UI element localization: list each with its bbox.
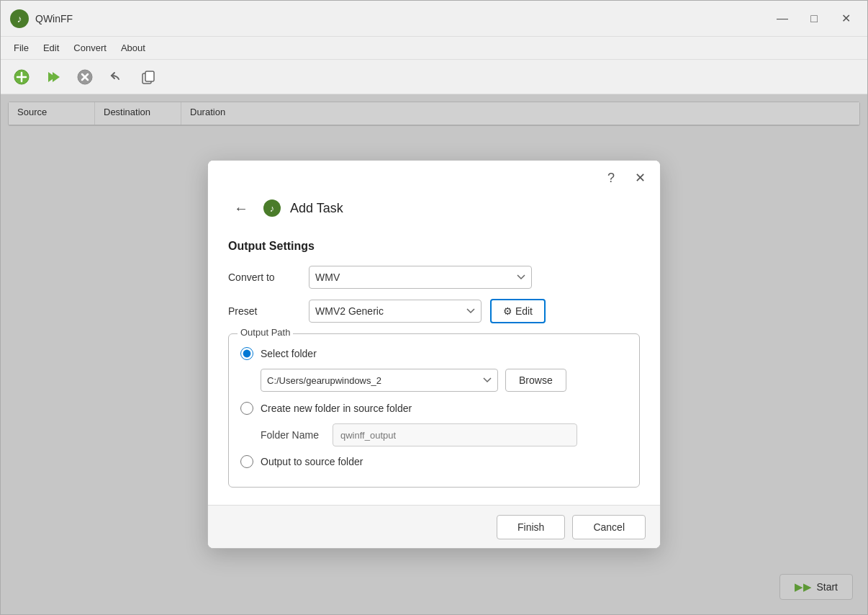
copy-button[interactable] bbox=[135, 63, 162, 91]
dialog-header: ← ♪ Add Task bbox=[208, 195, 660, 233]
content-area: Source Destination Duration ▶▶ Start ? ✕… bbox=[1, 94, 867, 614]
convert-to-select[interactable]: WMV MP4 AVI MP3 bbox=[309, 266, 532, 289]
menu-file[interactable]: File bbox=[6, 40, 36, 56]
output-source-row: Output to source folder bbox=[240, 455, 628, 468]
svg-marker-6 bbox=[53, 72, 60, 82]
convert-button[interactable] bbox=[40, 63, 67, 91]
preset-label: Preset bbox=[228, 305, 300, 317]
select-folder-row: Select folder bbox=[240, 347, 628, 360]
convert-to-row: Convert to WMV MP4 AVI MP3 bbox=[228, 266, 640, 289]
app-close-button[interactable]: ✕ bbox=[833, 6, 859, 32]
output-path-legend: Output Path bbox=[238, 327, 293, 338]
folder-name-row: Folder Name bbox=[261, 423, 628, 446]
dialog-close-button[interactable]: ✕ bbox=[628, 166, 651, 189]
app-window: ♪ QWinFF — □ ✕ File Edit Convert About bbox=[0, 0, 868, 615]
finish-button[interactable]: Finish bbox=[497, 515, 565, 539]
app-logo: ♪ bbox=[9, 9, 30, 29]
app-title: QWinFF bbox=[35, 13, 769, 24]
select-folder-radio[interactable] bbox=[240, 347, 253, 360]
folder-name-label: Folder Name bbox=[261, 429, 325, 441]
create-folder-label[interactable]: Create new folder in source folder bbox=[261, 403, 412, 414]
maximize-button[interactable]: □ bbox=[801, 6, 827, 32]
svg-text:♪: ♪ bbox=[17, 13, 22, 24]
edit-button[interactable]: ⚙ Edit bbox=[490, 299, 546, 323]
minimize-button[interactable]: — bbox=[769, 6, 795, 32]
menu-edit[interactable]: Edit bbox=[36, 40, 66, 56]
add-button[interactable] bbox=[8, 63, 35, 91]
convert-to-label: Convert to bbox=[228, 271, 300, 283]
stop-button[interactable] bbox=[71, 63, 99, 91]
window-controls: — □ ✕ bbox=[769, 6, 859, 32]
output-path-box: Output Path Select folder C:/Users/gearu… bbox=[228, 333, 640, 488]
output-source-radio[interactable] bbox=[240, 455, 253, 468]
output-source-label[interactable]: Output to source folder bbox=[261, 456, 363, 467]
undo-button[interactable] bbox=[103, 63, 130, 91]
dialog-footer: Finish Cancel bbox=[208, 505, 660, 548]
folder-path-select[interactable]: C:/Users/gearupwindows_2 bbox=[261, 369, 498, 392]
menu-convert[interactable]: Convert bbox=[66, 40, 114, 56]
create-folder-row: Create new folder in source folder bbox=[240, 402, 628, 415]
dialog-titlebar: ? ✕ bbox=[208, 161, 660, 195]
preset-select[interactable]: WMV2 Generic WMV1 Generic WMV HD bbox=[309, 300, 482, 323]
toolbar bbox=[1, 60, 867, 94]
section-title: Output Settings bbox=[228, 240, 640, 253]
dialog: ? ✕ ← ♪ Add Task Output Settings bbox=[207, 160, 661, 549]
dialog-logo-icon: ♪ bbox=[263, 199, 281, 217]
browse-button[interactable]: Browse bbox=[505, 369, 566, 392]
dialog-title: Add Task bbox=[290, 201, 343, 216]
folder-name-input[interactable] bbox=[333, 423, 577, 446]
svg-rect-11 bbox=[145, 71, 154, 81]
select-folder-label[interactable]: Select folder bbox=[261, 348, 317, 359]
create-folder-radio[interactable] bbox=[240, 402, 253, 415]
preset-row: Preset WMV2 Generic WMV1 Generic WMV HD … bbox=[228, 299, 640, 323]
title-bar: ♪ QWinFF — □ ✕ bbox=[1, 1, 867, 37]
dialog-help-button[interactable]: ? bbox=[600, 166, 623, 189]
modal-overlay: ? ✕ ← ♪ Add Task Output Settings bbox=[1, 94, 867, 614]
folder-path-row: C:/Users/gearupwindows_2 Browse bbox=[261, 369, 628, 392]
menu-bar: File Edit Convert About bbox=[1, 37, 867, 60]
dialog-body: Output Settings Convert to WMV MP4 AVI M… bbox=[208, 233, 660, 505]
back-button[interactable]: ← bbox=[228, 195, 254, 221]
svg-text:♪: ♪ bbox=[270, 203, 275, 214]
cancel-button[interactable]: Cancel bbox=[572, 515, 646, 539]
menu-about[interactable]: About bbox=[114, 40, 153, 56]
